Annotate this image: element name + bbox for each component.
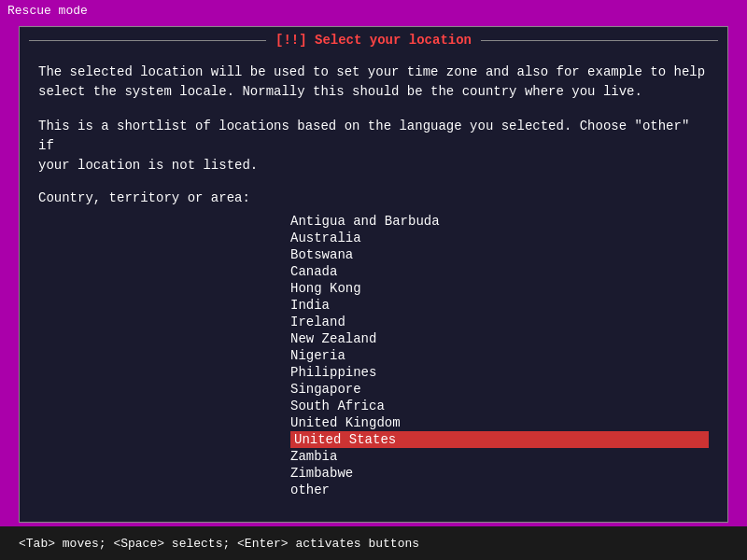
description: The selected location will be used to se… xyxy=(38,63,709,102)
country-list-item[interactable]: Antigua and Barbuda xyxy=(290,213,709,230)
country-list-item[interactable]: India xyxy=(290,297,709,314)
country-list-item[interactable]: Ireland xyxy=(290,314,709,330)
country-label: Country, territory or area: xyxy=(38,190,709,205)
country-list-item[interactable]: Singapore xyxy=(290,381,709,398)
title-bar: Rescue mode xyxy=(0,0,747,21)
title-bar-label: Rescue mode xyxy=(7,4,88,18)
country-list-item[interactable]: Canada xyxy=(290,263,709,280)
country-list-item[interactable]: Hong Kong xyxy=(290,280,709,297)
country-list-item[interactable]: United Kingdom xyxy=(290,414,709,431)
country-list-item[interactable]: Australia xyxy=(290,230,709,246)
shortlist-description: This is a shortlist of locations based o… xyxy=(38,117,709,175)
country-list-item[interactable]: Botswana xyxy=(290,246,709,263)
status-bar: <Tab> moves; <Space> selects; <Enter> ac… xyxy=(0,526,747,560)
dialog-title-bar: [!!] Select your location xyxy=(20,27,727,53)
country-list-item[interactable]: Zimbabwe xyxy=(290,465,709,482)
main-container: [!!] Select your location The selected l… xyxy=(19,26,728,523)
country-list-item[interactable]: Zambia xyxy=(290,448,709,465)
dialog-content: The selected location will be used to se… xyxy=(20,53,727,517)
status-bar-text: <Tab> moves; <Space> selects; <Enter> ac… xyxy=(19,537,419,551)
country-list-item[interactable]: United States xyxy=(290,431,709,448)
country-list-item[interactable]: New Zealand xyxy=(290,330,709,347)
country-list: Antigua and BarbudaAustraliaBotswanaCana… xyxy=(290,213,709,498)
dialog-title: [!!] Select your location xyxy=(275,33,472,48)
country-list-item[interactable]: South Africa xyxy=(290,398,709,414)
country-list-item[interactable]: Nigeria xyxy=(290,347,709,364)
country-list-item[interactable]: Philippines xyxy=(290,364,709,381)
country-list-item[interactable]: other xyxy=(290,482,709,498)
